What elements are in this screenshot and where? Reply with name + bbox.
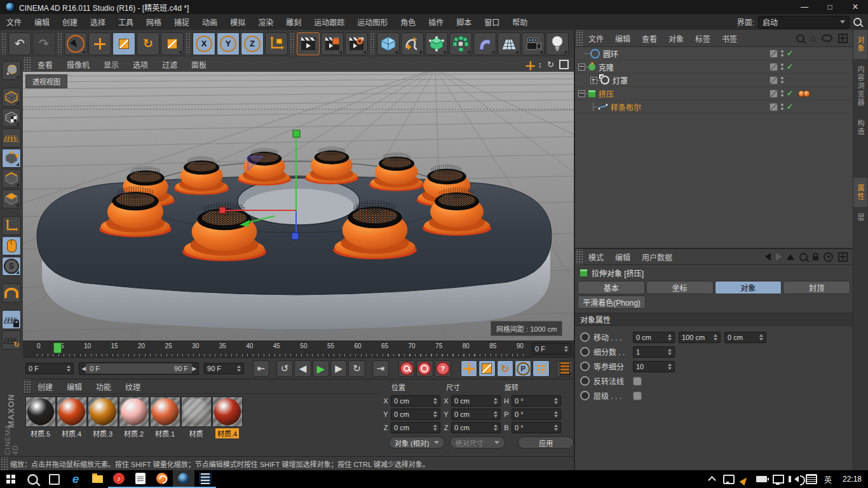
tab-attributes[interactable]: 属性 <box>853 178 867 207</box>
viewport-menu-display[interactable]: 显示 <box>104 59 119 70</box>
render-to-picture-viewer-button[interactable] <box>321 32 344 55</box>
menu-sculpt[interactable]: 雕刻 <box>286 17 301 27</box>
rotation-p-field[interactable]: 0 ° <box>512 409 561 420</box>
search-icon[interactable] <box>799 253 808 261</box>
search-icon[interactable] <box>853 18 862 26</box>
points-mode-button[interactable] <box>2 149 21 168</box>
add-mograph-button[interactable] <box>449 32 472 55</box>
toolbar-grip[interactable] <box>186 33 191 55</box>
object-row-lampshade[interactable]: 灯罩 <box>575 74 853 87</box>
iso-subdivision-field[interactable]: 10 <box>633 361 675 372</box>
apply-button[interactable]: 应用 <box>518 437 574 449</box>
lock-z-axis-button[interactable]: Z <box>241 32 264 55</box>
keyframe-help-button[interactable]: ? <box>435 360 451 377</box>
movement-y-field[interactable]: 100 cm <box>679 332 721 343</box>
material-menu-function[interactable]: 功能 <box>96 381 111 392</box>
undo-button[interactable]: ↶ <box>8 32 31 55</box>
model-mode-button[interactable] <box>2 88 21 107</box>
render-view-button[interactable] <box>297 32 320 55</box>
redo-button[interactable]: ↷ <box>32 32 55 55</box>
tab-coordinates[interactable]: 坐标 <box>646 281 714 294</box>
viewport-menu-filter[interactable]: 过滤 <box>162 59 177 70</box>
polygons-mode-button[interactable] <box>2 189 21 208</box>
keyframe-radio-icon[interactable] <box>580 332 590 342</box>
toolbar-grip[interactable] <box>1 33 6 55</box>
menu-animate[interactable]: 动画 <box>202 17 217 27</box>
play-loop-button[interactable]: ↻ <box>348 360 365 377</box>
panel-grip[interactable] <box>0 457 8 471</box>
om-menu-view[interactable]: 查看 <box>642 33 657 44</box>
movement-z-field[interactable]: 0 cm <box>724 332 766 343</box>
start-button[interactable] <box>0 470 22 488</box>
timeline-window-button[interactable] <box>557 360 573 377</box>
previous-frame-button[interactable]: ◀ <box>294 360 311 377</box>
om-menu-objects[interactable]: 对象 <box>668 33 684 44</box>
white-app-button[interactable] <box>130 470 151 488</box>
viewport-menu-options[interactable]: 选项 <box>133 59 148 70</box>
add-deformer-button[interactable] <box>473 32 496 55</box>
viewport-solo-button[interactable] <box>2 236 21 255</box>
layer-toggle[interactable] <box>770 63 778 71</box>
visibility-dots[interactable] <box>781 90 783 97</box>
material-menu-edit[interactable]: 编辑 <box>67 381 82 392</box>
tab-basic[interactable]: 基本 <box>578 281 645 294</box>
minimize-button[interactable]: — <box>792 0 817 14</box>
om-menu-edit[interactable]: 编辑 <box>615 33 630 44</box>
texture-mode-button[interactable] <box>2 108 21 127</box>
make-editable-button[interactable] <box>2 61 21 80</box>
menu-simulate[interactable]: 模拟 <box>230 17 245 27</box>
subdivision-field[interactable]: 1 <box>633 346 675 358</box>
clock[interactable]: 22:18 <box>836 475 868 484</box>
add-camera-button[interactable] <box>522 32 545 55</box>
record-pla-button[interactable] <box>532 360 549 377</box>
record-keyframe-button[interactable] <box>398 360 415 377</box>
orange-app-button[interactable] <box>151 470 173 488</box>
keyframe-radio-icon[interactable] <box>580 362 590 371</box>
menu-tools[interactable]: 工具 <box>118 17 133 27</box>
tab-object-manager[interactable]: 对象 <box>853 30 867 59</box>
hierarchy-checkbox[interactable] <box>633 391 642 400</box>
material-item[interactable]: 材质.3 <box>88 396 118 438</box>
size-mode-dropdown[interactable]: 绝对尺寸 <box>450 437 506 449</box>
viewport-menu-view[interactable]: 查看 <box>37 59 53 70</box>
lock-y-axis-button[interactable]: Y <box>217 32 240 55</box>
search-icon[interactable] <box>796 34 804 43</box>
tab-layers[interactable]: 层 <box>853 207 867 228</box>
material-item[interactable]: 材质.2 <box>119 396 149 438</box>
end-frame-field[interactable]: 90 F <box>204 363 244 374</box>
rotation-h-field[interactable]: 0 ° <box>512 395 561 407</box>
magnet-snap-button[interactable] <box>2 283 21 302</box>
maximize-button[interactable]: □ <box>817 0 843 14</box>
material-item-selected[interactable]: 材质.4 <box>212 396 242 438</box>
collapse-icon[interactable] <box>578 90 585 97</box>
material-tag[interactable] <box>800 90 810 97</box>
panel-grip[interactable] <box>575 30 583 46</box>
enabled-check-icon[interactable]: ✓ <box>787 49 793 58</box>
pan-view-icon[interactable] <box>526 61 532 67</box>
am-menu-mode[interactable]: 模式 <box>588 252 604 262</box>
add-spline-button[interactable] <box>401 32 424 55</box>
history-forward-icon[interactable] <box>776 253 782 261</box>
taskbar-search-button[interactable] <box>22 470 43 488</box>
timeline-ruler[interactable]: 05 1015 2025 3035 4045 5055 6065 7075 80… <box>23 341 574 358</box>
om-menu-tags[interactable]: 标签 <box>695 33 710 44</box>
tab-structure[interactable]: 构造 <box>853 113 867 142</box>
coordinate-mode-dropdown[interactable]: 对象 (相对) <box>389 437 445 449</box>
menu-window[interactable]: 窗口 <box>484 17 499 27</box>
input-method-indicator[interactable]: 英 <box>820 470 836 488</box>
scale-button[interactable] <box>112 32 135 55</box>
volume-icon[interactable] <box>787 470 803 488</box>
layer-toggle[interactable] <box>770 76 778 85</box>
material-item[interactable]: 材质.4 <box>57 396 86 438</box>
layer-toggle[interactable] <box>770 103 778 111</box>
add-icon[interactable] <box>838 34 848 43</box>
keyframe-radio-icon[interactable] <box>580 391 590 400</box>
netease-music-button[interactable]: ♪ <box>108 470 130 488</box>
position-y-field[interactable]: 0 cm <box>391 409 440 420</box>
material-menu-texture[interactable]: 纹理 <box>125 381 140 392</box>
autokey-button[interactable] <box>416 360 433 377</box>
viewport-menu-cameras[interactable]: 摄像机 <box>67 59 90 70</box>
menu-help[interactable]: 帮助 <box>512 17 527 27</box>
keyframe-radio-icon[interactable] <box>580 376 590 386</box>
layer-toggle[interactable] <box>770 90 778 98</box>
